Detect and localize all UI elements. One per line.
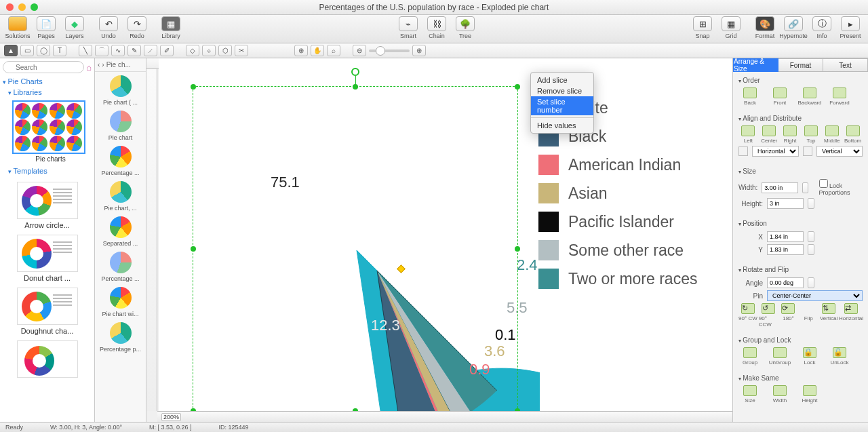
snap-button[interactable]: ⊞Snap — [689, 16, 716, 39]
crop-tool[interactable]: ✂ — [235, 45, 248, 56]
canvas[interactable]: 75.1 12.3 0.9 3.6 0.1 5.5 2.4 — [146, 58, 732, 422]
x-stepper[interactable] — [808, 231, 814, 242]
template-arrow-circle[interactable]: Arrow circle... — [7, 182, 87, 229]
close-window-button[interactable] — [6, 3, 14, 11]
sec-align[interactable]: Align and Distribute — [738, 113, 863, 124]
chevron-right-icon[interactable]: › — [102, 61, 104, 68]
ellipse-tool[interactable]: ◯ — [37, 45, 50, 56]
rotate-180-button[interactable]: ⟳180° — [779, 303, 798, 328]
sec-position[interactable]: Position — [738, 218, 863, 229]
align-left-button[interactable]: Left — [738, 125, 758, 144]
angle-input[interactable] — [767, 277, 804, 288]
ungroup-button[interactable]: UnGroup — [768, 347, 791, 366]
tab-arrange[interactable]: Arrange & Size — [733, 58, 778, 72]
pen-tool[interactable]: ✎ — [127, 45, 141, 56]
strip-item[interactable]: Pie chart, ... — [95, 178, 146, 213]
order-back-button[interactable]: Back — [738, 87, 762, 106]
width-input[interactable] — [762, 182, 798, 193]
strip-item[interactable]: Separated ... — [95, 213, 146, 248]
order-backward-button[interactable]: Backward — [798, 87, 821, 106]
tab-text[interactable]: Text — [823, 58, 868, 72]
pages-button[interactable]: 📄Pages — [33, 16, 60, 39]
resize-handle[interactable] — [191, 84, 196, 90]
edit-shape-tool[interactable]: ⬡ — [218, 45, 232, 56]
sec-size[interactable]: Size — [738, 165, 863, 177]
order-front-button[interactable]: Front — [768, 87, 791, 106]
grid-button[interactable]: ▦Grid — [717, 16, 745, 39]
tree-pie-charts[interactable]: Pie Charts — [3, 76, 92, 87]
chain-button[interactable]: ⛓Chain — [423, 16, 450, 39]
tree-libraries[interactable]: Libraries — [8, 87, 92, 98]
y-input[interactable] — [767, 244, 804, 255]
zoom-in-tool[interactable]: ⊕ — [294, 45, 308, 56]
home-icon[interactable]: ⌂ — [86, 62, 92, 73]
edit-points-tool[interactable]: ◇ — [186, 45, 199, 56]
sec-rotate[interactable]: Rotate and Flip — [738, 264, 863, 275]
hypernote-button[interactable]: 🔗Hypernote — [780, 16, 807, 39]
align-right-button[interactable]: Right — [781, 125, 800, 144]
rect-tool[interactable]: ▭ — [20, 45, 34, 56]
pointer-tool[interactable]: ▲ — [4, 45, 18, 56]
align-middle-button[interactable]: Middle — [822, 125, 842, 144]
flip-horizontal-button[interactable]: ⇄Horizontal — [840, 303, 863, 328]
width-stepper[interactable] — [802, 182, 808, 193]
undo-button[interactable]: ↶Undo — [95, 16, 122, 39]
template-more[interactable] — [7, 340, 87, 378]
resize-handle[interactable] — [515, 246, 520, 252]
arc-tool[interactable]: ⌒ — [95, 45, 108, 56]
sec-group[interactable]: Group and Lock — [738, 334, 863, 346]
zoom-window-button[interactable] — [31, 3, 38, 11]
spline-tool[interactable]: ∿ — [111, 45, 125, 56]
zoom-in-icon[interactable]: ⊕ — [412, 45, 426, 56]
layers-button[interactable]: ◆Layers — [61, 16, 88, 39]
present-button[interactable]: ▸Present — [837, 16, 864, 39]
edit-segment-tool[interactable]: ⟐ — [202, 45, 216, 56]
lock-button[interactable]: 🔒Lock — [798, 347, 821, 366]
resize-handle[interactable] — [353, 84, 358, 90]
zoom-select[interactable]: 200% — [161, 413, 181, 421]
resize-handle[interactable] — [515, 84, 520, 90]
strip-item[interactable]: Percentage ... — [95, 248, 146, 283]
flip-vertical-button[interactable]: ⇅Vertical — [819, 303, 838, 328]
freehand-tool[interactable]: ✐ — [160, 45, 174, 56]
resize-handle[interactable] — [191, 246, 196, 252]
format-button[interactable]: 🎨Format — [751, 16, 778, 39]
ctx-remove-slice[interactable]: Remove slice — [531, 85, 593, 96]
align-bottom-button[interactable]: Bottom — [843, 125, 863, 144]
redo-button[interactable]: ↷Redo — [123, 16, 151, 39]
pin-select[interactable]: Center-Center — [767, 290, 863, 301]
tab-format[interactable]: Format — [778, 58, 823, 72]
tree-templates[interactable]: Templates — [8, 165, 92, 176]
info-button[interactable]: ⓘInfo — [808, 16, 835, 39]
sec-make-same[interactable]: Make Same — [738, 372, 863, 384]
group-button[interactable]: Group — [738, 347, 762, 366]
strip-item[interactable]: Pie chart ( ... — [95, 72, 146, 107]
zoom-selection-tool[interactable]: ⌕ — [327, 45, 340, 56]
library-thumb-pie-charts[interactable] — [12, 100, 85, 154]
align-center-button[interactable]: Center — [760, 125, 779, 144]
template-donut[interactable]: Donut chart ... — [7, 235, 87, 282]
smart-connector-button[interactable]: ⌁Smart — [395, 16, 422, 39]
zoom-slider[interactable] — [369, 50, 410, 52]
y-stepper[interactable] — [808, 244, 814, 255]
pan-tool[interactable]: ✋ — [311, 45, 324, 56]
bezier-tool[interactable]: ⟋ — [144, 45, 157, 56]
x-input[interactable] — [767, 231, 804, 242]
sec-order[interactable]: Order — [738, 75, 863, 86]
unlock-button[interactable]: 🔓UnLock — [828, 347, 851, 366]
tree-button[interactable]: 🌳Tree — [452, 16, 479, 39]
strip-item[interactable]: Percentage p... — [95, 319, 146, 354]
text-tool[interactable]: T — [53, 45, 66, 56]
height-stepper[interactable] — [808, 198, 814, 209]
ctx-set-slice-number[interactable]: Set slice number — [531, 96, 593, 115]
ctx-add-slice[interactable]: Add slice — [531, 75, 593, 85]
same-size-button[interactable]: Size — [738, 385, 762, 404]
line-tool[interactable]: ╲ — [79, 45, 92, 56]
strip-item[interactable]: Pie chart — [95, 107, 146, 142]
order-forward-button[interactable]: Forward — [828, 87, 851, 106]
ctx-hide-values[interactable]: Hide values — [531, 120, 593, 131]
search-input[interactable] — [3, 61, 84, 73]
library-button[interactable]: ▦Library — [157, 16, 184, 39]
lock-proportions-checkbox[interactable]: Lock Proportions — [819, 179, 863, 196]
solutions-button[interactable]: Solutions — [4, 16, 31, 39]
